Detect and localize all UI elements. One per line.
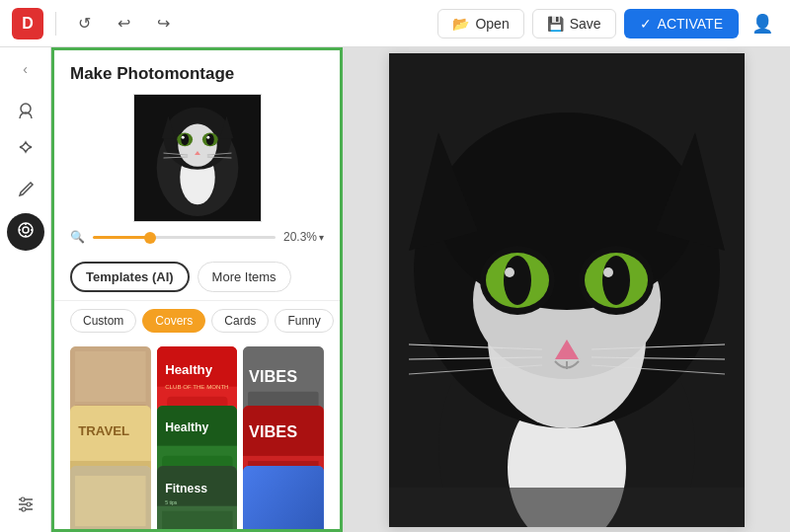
tab-more-label: More Items — [212, 269, 276, 284]
user-icon: 👤 — [751, 13, 773, 35]
redo-button[interactable]: ↪ — [147, 8, 179, 39]
cat-main-photo — [389, 53, 745, 527]
template-card[interactable]: Fitness 5 tips — [157, 466, 238, 529]
svg-rect-60 — [162, 510, 232, 529]
svg-point-80 — [602, 256, 630, 305]
collapse-sidebar-button[interactable]: ‹ — [12, 55, 40, 83]
svg-point-5 — [22, 507, 26, 511]
svg-point-2 — [23, 227, 29, 233]
open-icon: 📂 — [452, 16, 469, 32]
chip-cards[interactable]: Cards — [211, 309, 269, 333]
svg-point-4 — [27, 502, 31, 506]
chip-custom[interactable]: Custom — [70, 309, 136, 333]
sidebar-effects-button[interactable] — [8, 134, 43, 170]
activate-check-icon: ✓ — [640, 16, 652, 32]
reset-button[interactable]: ↺ — [68, 8, 100, 39]
save-icon: 💾 — [547, 16, 564, 32]
preview-box — [133, 94, 262, 222]
main-area: ‹ — [0, 47, 790, 532]
templates-grid: TRAVEL Healthy CLUB OF THE MONTH — [54, 341, 340, 529]
svg-point-1 — [19, 223, 33, 237]
chip-funny-label: Funny — [287, 314, 320, 328]
chip-covers[interactable]: Covers — [142, 309, 205, 333]
template-card[interactable]: Adventure — [243, 466, 324, 529]
open-label: Open — [475, 16, 509, 32]
app-logo[interactable]: D — [12, 8, 43, 39]
zoom-value: 20.3% ▾ — [283, 230, 324, 244]
face-retouch-icon — [16, 101, 36, 125]
svg-point-76 — [504, 256, 531, 305]
svg-text:Fitness: Fitness — [165, 482, 207, 495]
svg-text:Adventure: Adventure — [249, 528, 293, 529]
svg-text:5 tips: 5 tips — [165, 498, 178, 504]
svg-text:TRAVEL: TRAVEL — [78, 424, 129, 439]
zoom-controls: 🔍 20.3% ▾ — [70, 230, 324, 244]
tab-bar: Templates (AI) More Items — [54, 254, 340, 301]
svg-point-3 — [21, 497, 25, 501]
zoom-slider[interactable] — [93, 236, 276, 239]
effects-icon — [16, 140, 36, 165]
zoom-percentage: 20.3% — [283, 230, 317, 244]
undo-button[interactable]: ↩ — [108, 8, 139, 39]
draw-icon — [16, 180, 36, 204]
chip-funny[interactable]: Funny — [275, 309, 333, 333]
left-panel: Make Photomontage — [51, 47, 343, 532]
svg-text:VIBES: VIBES — [249, 367, 297, 385]
chip-custom-label: Custom — [83, 314, 123, 328]
save-button[interactable]: 💾 Save — [532, 9, 616, 38]
sidebar-photomontage-button[interactable] — [7, 213, 44, 251]
svg-rect-62 — [243, 466, 324, 529]
svg-text:Healthy: Healthy — [165, 421, 208, 435]
cat-preview-image — [134, 94, 261, 222]
svg-text:Healthy: Healthy — [165, 362, 213, 377]
svg-point-81 — [603, 267, 613, 277]
sidebar-adjustments-button[interactable] — [8, 489, 43, 524]
svg-rect-25 — [75, 351, 145, 402]
zoom-out-icon: 🔍 — [70, 230, 85, 244]
svg-point-15 — [181, 133, 189, 145]
image-preview-area: 🔍 20.3% ▾ — [54, 94, 340, 254]
svg-point-17 — [181, 136, 184, 139]
zoom-handle[interactable] — [144, 232, 156, 244]
panel-title: Make Photomontage — [54, 50, 340, 94]
sidebar-face-retouch-button[interactable] — [8, 95, 43, 130]
photomontage-icon — [16, 220, 36, 245]
logo-text: D — [22, 15, 34, 33]
svg-rect-53 — [75, 476, 145, 526]
template-card[interactable]: Out of city — [70, 466, 151, 529]
svg-text:CLUB OF THE MONTH: CLUB OF THE MONTH — [165, 383, 228, 390]
adjustments-icon — [16, 494, 36, 519]
canvas-area — [343, 47, 790, 532]
canvas-wrapper — [389, 53, 745, 527]
sidebar-draw-button[interactable] — [8, 174, 43, 209]
chip-covers-label: Covers — [155, 314, 193, 328]
activate-label: ACTIVATE — [658, 16, 723, 32]
svg-point-77 — [505, 267, 514, 277]
chip-cards-label: Cards — [224, 314, 256, 328]
toolbar-divider-1 — [55, 12, 56, 36]
toolbar: D ↺ ↩ ↪ 📂 Open 💾 Save ✓ ACTIVATE 👤 — [0, 0, 790, 47]
tab-templates-ai[interactable]: Templates (AI) — [70, 262, 190, 292]
save-label: Save — [570, 16, 601, 32]
filter-chips: Custom Covers Cards Funny — [54, 301, 340, 341]
svg-point-16 — [205, 133, 213, 145]
tab-templates-label: Templates (AI) — [86, 269, 174, 284]
user-profile-button[interactable]: 👤 — [747, 8, 778, 39]
open-button[interactable]: 📂 Open — [437, 9, 523, 38]
icon-sidebar: ‹ — [0, 47, 51, 532]
svg-point-71 — [438, 113, 695, 310]
svg-point-18 — [206, 136, 209, 139]
svg-rect-89 — [389, 488, 745, 527]
activate-button[interactable]: ✓ ACTIVATE — [624, 9, 739, 38]
zoom-chevron[interactable]: ▾ — [319, 232, 324, 243]
tab-more-items[interactable]: More Items — [198, 262, 291, 292]
svg-text:VIBES: VIBES — [249, 423, 297, 441]
